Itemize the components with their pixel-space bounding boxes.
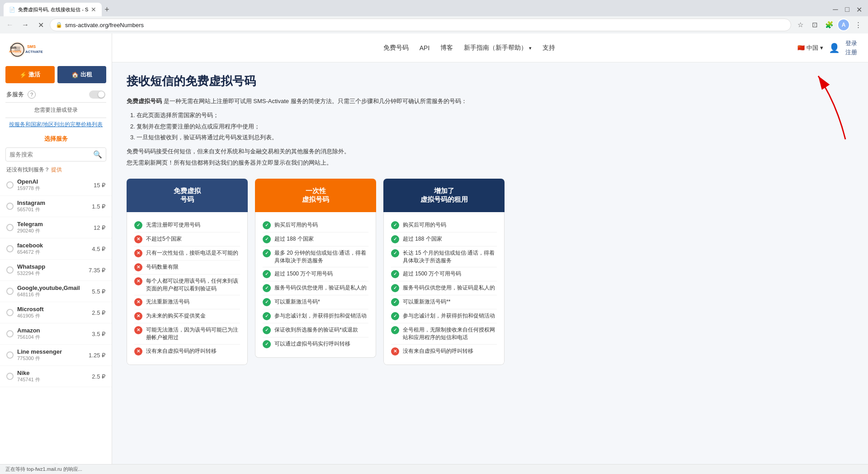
service-count: 654672 件 bbox=[17, 249, 88, 256]
service-radio bbox=[6, 309, 14, 316]
feature-text: 无法重新激活号码 bbox=[146, 298, 189, 306]
feature-text: 没有来自虚拟号码的呼叫转移 bbox=[403, 347, 473, 355]
service-name: facebook bbox=[17, 242, 88, 249]
service-count: 775300 件 bbox=[17, 355, 85, 362]
activate-button[interactable]: ⚡ 激活 bbox=[5, 66, 55, 83]
feature-text: 不超过5个国家 bbox=[146, 235, 182, 243]
menu-button[interactable]: ⋮ bbox=[852, 19, 864, 31]
check-icon: ✓ bbox=[263, 235, 271, 243]
nav-link-guide[interactable]: 新手指南（新手帮助） ▾ bbox=[464, 44, 532, 52]
service-price: 2.5 ₽ bbox=[92, 309, 105, 316]
card-free: 免费虚拟号码 ✓ 无需注册即可使用号码 ✕ 不超过5个国家 ✕ 只有一次性短信，… bbox=[127, 179, 248, 365]
toggle-knob bbox=[98, 91, 104, 98]
check-icon: ✕ bbox=[134, 235, 142, 243]
feature-text: 无需注册即可使用号码 bbox=[146, 221, 200, 229]
reload-button[interactable]: ✕ bbox=[34, 19, 47, 31]
service-radio bbox=[6, 373, 14, 380]
intro-step: 3. 一旦短信被收到，验证码将通过此号码发送到总列表。 bbox=[130, 132, 505, 143]
extension-button[interactable]: 🧩 bbox=[823, 19, 835, 31]
page-wrapper: SMS ACTIVATE SMS ACTIVATE ⚡ 激活 🏠 出租 bbox=[0, 33, 868, 474]
card-feature: ✓ 可以通过虚拟号码实行呼叫转移 bbox=[263, 337, 368, 351]
login-link[interactable]: 登录 bbox=[845, 39, 857, 47]
service-price: 1.5 ₽ bbox=[92, 203, 105, 210]
intro-bold: 免费虚拟号码 bbox=[127, 98, 162, 104]
feature-text: 可以通过虚拟号码实行呼叫转移 bbox=[274, 340, 350, 348]
help-icon[interactable]: ? bbox=[28, 90, 36, 99]
service-item[interactable]: Amazon 756104 件 3.5 ₽ bbox=[0, 323, 112, 345]
feature-text: 购买后可用的号码 bbox=[403, 221, 446, 229]
service-count: 565701 件 bbox=[17, 206, 88, 213]
service-name: OpenAI bbox=[17, 178, 90, 185]
url-display: sms-activate.org/freeNumbers bbox=[65, 22, 144, 28]
card-header: 一次性虚拟号码 bbox=[255, 179, 376, 212]
feature-text: 只有一次性短信，接听电话是不可能的 bbox=[146, 249, 238, 257]
feature-text: 超过 188 个国家 bbox=[403, 235, 442, 243]
service-radio bbox=[6, 351, 14, 359]
check-icon: ✓ bbox=[391, 298, 399, 306]
card-feature: ✓ 保证收到所选服务的验证码*或退款 bbox=[263, 323, 368, 337]
nav-link-blog[interactable]: 博客 bbox=[440, 44, 453, 52]
check-icon: ✓ bbox=[263, 221, 271, 229]
check-icon: ✕ bbox=[134, 277, 142, 285]
service-price: 4.5 ₽ bbox=[92, 246, 105, 252]
service-item[interactable]: Instagram 565701 件 1.5 ₽ bbox=[0, 196, 112, 217]
card-rental: 增加了虚拟号码的租用 ✓ 购买后可用的号码 ✓ 超过 188 个国家 ✓ 长达 … bbox=[383, 179, 505, 365]
search-input[interactable] bbox=[9, 151, 90, 158]
service-price: 12 ₽ bbox=[94, 224, 105, 231]
check-icon: ✕ bbox=[134, 249, 142, 257]
service-item[interactable]: Whatsapp 532294 件 7.35 ₽ bbox=[0, 260, 112, 281]
card-feature: ✕ 可能无法激活，因为该号码可能已为注册帐户被用过 bbox=[134, 323, 240, 345]
login-notice: 您需要注册或登录 bbox=[0, 103, 112, 118]
service-item[interactable]: Google,youtube,Gmail 648116 件 5.5 ₽ bbox=[0, 281, 112, 302]
tab-close-button[interactable]: ✕ bbox=[91, 6, 96, 13]
forward-button[interactable]: → bbox=[19, 19, 32, 31]
service-item[interactable]: Microsoft 461905 件 2.5 ₽ bbox=[0, 302, 112, 323]
service-item[interactable]: Nike 745741 件 2.5 ₽ bbox=[0, 366, 112, 387]
service-item[interactable]: Telegram 290240 件 12 ₽ bbox=[0, 217, 112, 238]
active-tab[interactable]: 📄 免费虚拟号码, 在线接收短信 - S ✕ bbox=[4, 3, 102, 16]
card-feature: ✕ 为未来的购买不提供奖金 bbox=[134, 309, 240, 323]
suggest-link[interactable]: 提供 bbox=[51, 166, 62, 173]
check-icon: ✕ bbox=[134, 298, 142, 306]
check-icon: ✓ bbox=[391, 221, 399, 229]
nav-link-free-numbers[interactable]: 免费号码 bbox=[383, 44, 409, 52]
bookmark-button[interactable]: ☆ bbox=[794, 19, 807, 31]
nav-link-api[interactable]: API bbox=[420, 44, 430, 52]
card-feature: ✓ 最多 20 分钟的短信或短信·通话，得着具体取决于所选服务 bbox=[263, 246, 368, 268]
card-feature: ✓ 可以重新激活号码** bbox=[391, 295, 497, 309]
card-feature: ✕ 每个人都可以使用该号码，任何来到该页面的用户都可以看到验证码 bbox=[134, 275, 240, 296]
feature-text: 参与忠诚计划，并获得折扣和促销活动 bbox=[403, 312, 495, 320]
logo-area: SMS ACTIVATE SMS ACTIVATE bbox=[0, 33, 112, 66]
service-radio bbox=[6, 288, 14, 295]
service-count: 745741 件 bbox=[17, 376, 88, 383]
svg-text:ACTIVATE: ACTIVATE bbox=[9, 50, 21, 53]
multi-service-toggle[interactable] bbox=[89, 90, 105, 99]
card-feature: ✓ 购买后可用的号码 bbox=[263, 218, 368, 232]
pricing-link[interactable]: 按服务和国家/地区列出的完整价格列表 bbox=[0, 118, 112, 131]
feature-text: 可能无法激活，因为该号码可能已为注册帐户被用过 bbox=[146, 326, 240, 341]
nav-link-support[interactable]: 支持 bbox=[542, 44, 555, 52]
address-bar[interactable]: 🔒 sms-activate.org/freeNumbers bbox=[50, 19, 791, 31]
profile-button[interactable]: A bbox=[837, 19, 850, 31]
maximize-button[interactable]: □ bbox=[842, 4, 853, 15]
back-button[interactable]: ← bbox=[4, 19, 16, 31]
new-tab-button[interactable]: + bbox=[104, 5, 109, 14]
register-link[interactable]: 注册 bbox=[845, 48, 857, 57]
intro-note-1: 免费号码码接受任何短信，但来自支付系统和与金融交易相关的其他服务的消息除外。 bbox=[127, 147, 505, 156]
language-selector[interactable]: 🇨🇳 中国 ▾ bbox=[797, 44, 823, 52]
check-icon: ✓ bbox=[263, 270, 271, 278]
service-item[interactable]: facebook 654672 件 4.5 ₽ bbox=[0, 238, 112, 260]
chevron-down-icon: ▾ bbox=[820, 44, 823, 51]
close-window-button[interactable]: ✕ bbox=[854, 4, 864, 15]
rent-button[interactable]: 🏠 出租 bbox=[57, 66, 107, 83]
feature-text: 保证收到所选服务的验证码*或退款 bbox=[274, 326, 358, 334]
service-item[interactable]: OpenAI 159778 件 15 ₽ bbox=[0, 175, 112, 196]
service-radio bbox=[6, 224, 14, 231]
service-item[interactable]: Line messenger 775300 件 1.25 ₽ bbox=[0, 345, 112, 366]
minimize-button[interactable]: ─ bbox=[830, 4, 841, 15]
cast-button[interactable]: ⊡ bbox=[808, 19, 821, 31]
service-name: Amazon bbox=[17, 327, 88, 334]
card-body: ✓ 购买后可用的号码 ✓ 超过 188 个国家 ✓ 最多 20 分钟的短信或短信… bbox=[255, 212, 376, 358]
check-icon: ✓ bbox=[391, 312, 399, 320]
check-icon: ✕ bbox=[134, 263, 142, 271]
